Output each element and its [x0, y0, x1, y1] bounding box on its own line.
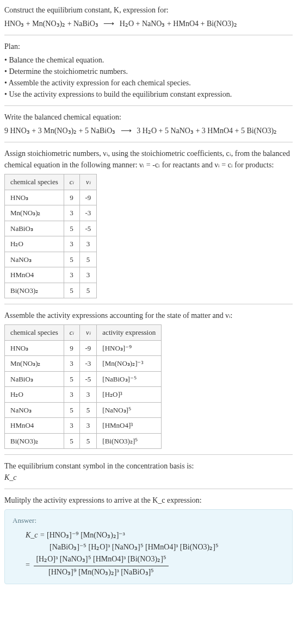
stoich-text: Assign stoichiometric numbers, νᵢ, using… — [4, 148, 293, 171]
col-nui: νᵢ — [79, 174, 97, 190]
cell-species: NaBiO₃ — [5, 221, 64, 236]
divider — [4, 105, 293, 106]
table-row: H₂O33 — [5, 236, 97, 252]
cell-species: Bi(NO3)₂ — [5, 433, 64, 449]
cell-activity: [HNO₃]⁻⁹ — [97, 340, 162, 356]
table-row: Bi(NO3)₂55[Bi(NO3)₂]⁵ — [5, 433, 162, 449]
divider — [4, 304, 293, 304]
plan-list: Balance the chemical equation. Determine… — [4, 54, 293, 100]
multiply-section: Mulitply the activity expressions to arr… — [4, 495, 293, 506]
cell-activity: [Bi(NO3)₂]⁵ — [97, 433, 162, 449]
cell-activity: [H₂O]³ — [97, 387, 162, 403]
cell-species: HNO₃ — [5, 190, 64, 205]
table-row: H₂O33[H₂O]³ — [5, 387, 162, 403]
cell-nui: 5 — [79, 283, 97, 298]
fraction: [H₂O]³ [NaNO₃]⁵ [HMnO4]³ [Bi(NO3)₂]⁵ [HN… — [34, 553, 168, 578]
cell-species: Mn(NO₃)₂ — [5, 356, 64, 372]
cell-ci: 3 — [64, 236, 79, 252]
eq-symbol-line2: K_c — [4, 472, 293, 483]
col-nui: νᵢ — [79, 325, 97, 341]
cell-nui: 3 — [79, 387, 97, 403]
fraction-denominator: [HNO₃]⁹ [Mn(NO₃)₂]³ [NaBiO₃]⁵ — [34, 566, 168, 578]
table-row: NaNO₃55[NaNO₃]⁵ — [5, 402, 162, 418]
cell-ci: 5 — [64, 252, 79, 267]
divider — [4, 454, 293, 455]
cell-nui: -5 — [79, 221, 97, 236]
multiply-text: Mulitply the activity expressions to arr… — [4, 495, 293, 506]
cell-activity: [HMnO4]³ — [97, 418, 162, 434]
kc-line1: K_c = [HNO₃]⁻⁹ [Mn(NO₃)₂]⁻³ — [26, 529, 284, 541]
cell-species: Mn(NO₃)₂ — [5, 205, 64, 221]
table-row: HMnO433 — [5, 267, 97, 283]
prompt-line: Construct the equilibrium constant, K, e… — [4, 4, 293, 16]
cell-nui: -3 — [79, 205, 97, 221]
eq-rhs: H₂O + NaNO₃ + HMnO4 + Bi(NO3)₂ — [120, 20, 237, 28]
cell-ci: 9 — [64, 340, 79, 356]
cell-species: NaNO₃ — [5, 252, 64, 267]
cell-species: NaBiO₃ — [5, 371, 64, 387]
prompt-section: Construct the equilibrium constant, K, e… — [4, 4, 293, 29]
activity-table: chemical species cᵢ νᵢ activity expressi… — [4, 324, 162, 449]
cell-ci: 9 — [64, 190, 79, 205]
table-row: HMnO433[HMnO4]³ — [5, 418, 162, 434]
table-header-row: chemical species cᵢ νᵢ activity expressi… — [5, 325, 162, 341]
plan-item: Use the activity expressions to build th… — [4, 89, 293, 100]
activity-tbody: HNO₃9-9[HNO₃]⁻⁹Mn(NO₃)₂3-3[Mn(NO₃)₂]⁻³Na… — [5, 340, 162, 449]
plan-item: Balance the chemical equation. — [4, 54, 293, 66]
table-row: NaNO₃55 — [5, 252, 97, 267]
cell-ci: 3 — [64, 356, 79, 372]
cell-nui: -9 — [79, 340, 97, 356]
balanced-lhs: 9 HNO₃ + 3 Mn(NO₃)₂ + 5 NaBiO₃ — [4, 127, 115, 135]
balanced-header: Write the balanced chemical equation: — [4, 111, 293, 123]
cell-ci: 5 — [64, 371, 79, 387]
plan-header: Plan: — [4, 41, 293, 52]
cell-ci: 5 — [64, 283, 79, 298]
kc-line2: [NaBiO₃]⁻⁵ [H₂O]³ [NaNO₃]⁵ [HMnO4]³ [Bi(… — [49, 541, 284, 553]
eq-symbol-section: The equilibrium constant symbol in the c… — [4, 460, 293, 483]
table-row: Bi(NO3)₂55 — [5, 283, 97, 298]
cell-species: HNO₃ — [5, 340, 64, 356]
cell-ci: 3 — [64, 387, 79, 403]
cell-species: HMnO4 — [5, 267, 64, 283]
col-ci: cᵢ — [64, 174, 79, 190]
table-row: HNO₃9-9 — [5, 190, 97, 205]
cell-nui: 5 — [79, 252, 97, 267]
kc-expression: K_c = [HNO₃]⁻⁹ [Mn(NO₃)₂]⁻³ [NaBiO₃]⁻⁵ [… — [26, 529, 284, 579]
cell-nui: 3 — [79, 418, 97, 434]
cell-activity: [Mn(NO₃)₂]⁻³ — [97, 356, 162, 372]
cell-ci: 3 — [64, 418, 79, 434]
arrow-icon: ⟶ — [103, 20, 114, 28]
kc-rhs1: [HNO₃]⁻⁹ [Mn(NO₃)₂]⁻³ — [47, 531, 125, 539]
cell-activity: [NaBiO₃]⁻⁵ — [97, 371, 162, 387]
kc-line3: = [H₂O]³ [NaNO₃]⁵ [HMnO4]³ [Bi(NO3)₂]⁵ [… — [26, 553, 284, 578]
cell-ci: 3 — [64, 267, 79, 283]
stoich-tbody: HNO₃9-9Mn(NO₃)₂3-3NaBiO₃5-5H₂O33NaNO₃55H… — [5, 190, 97, 298]
table-row: NaBiO₃5-5[NaBiO₃]⁻⁵ — [5, 371, 162, 387]
cell-nui: 5 — [79, 402, 97, 418]
prompt-text-1: Construct the equilibrium constant, K, e… — [4, 6, 169, 14]
kc-lhs: K_c = — [26, 531, 47, 539]
arrow-icon: ⟶ — [121, 127, 132, 135]
cell-nui: -9 — [79, 190, 97, 205]
plan-item: Assemble the activity expression for eac… — [4, 77, 293, 89]
plan-section: Plan: Balance the chemical equation. Det… — [4, 41, 293, 100]
cell-ci: 3 — [64, 205, 79, 221]
equals: = — [26, 561, 32, 569]
unbalanced-equation: HNO₃ + Mn(NO₃)₂ + NaBiO₃ ⟶ H₂O + NaNO₃ +… — [4, 18, 293, 29]
col-species: chemical species — [5, 174, 64, 190]
plan-item: Determine the stoichiometric numbers. — [4, 66, 293, 77]
cell-species: H₂O — [5, 236, 64, 252]
table-row: NaBiO₃5-5 — [5, 221, 97, 236]
fraction-numerator: [H₂O]³ [NaNO₃]⁵ [HMnO4]³ [Bi(NO3)₂]⁵ — [34, 553, 168, 566]
cell-nui: -3 — [79, 356, 97, 372]
col-activity: activity expression — [97, 325, 162, 341]
col-ci: cᵢ — [64, 325, 79, 341]
divider — [4, 489, 293, 489]
divider — [4, 35, 293, 35]
cell-activity: [NaNO₃]⁵ — [97, 402, 162, 418]
cell-nui: -5 — [79, 371, 97, 387]
stoichiometry-section: Assign stoichiometric numbers, νᵢ, using… — [4, 148, 293, 298]
col-species: chemical species — [5, 325, 64, 341]
cell-nui: 3 — [79, 236, 97, 252]
divider — [4, 142, 293, 142]
